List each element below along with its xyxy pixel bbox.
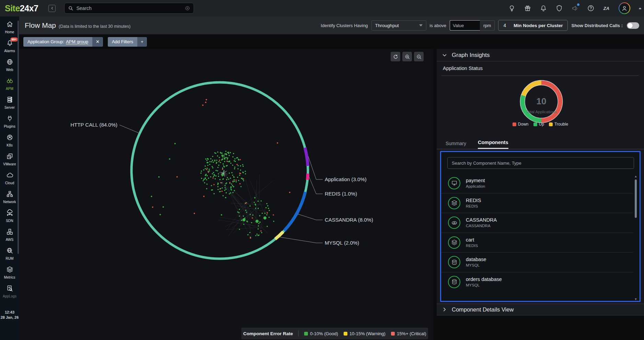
sidebar-item-label: K8s: [0, 143, 19, 147]
flow-map-graph: HTTP CALL (84.0%)Application (3.0%)REDIS…: [19, 49, 433, 340]
chevron-down-icon: [441, 52, 448, 58]
site24x7-logo[interactable]: Site24x7: [5, 3, 38, 13]
shield-icon[interactable]: [555, 4, 563, 12]
zoom-in-button[interactable]: [402, 52, 412, 61]
legend-item: 15%+ (Critical): [391, 331, 426, 336]
metric-select[interactable]: Throughput: [371, 20, 426, 31]
status-swatch: [533, 122, 537, 126]
gift-icon[interactable]: [524, 4, 531, 12]
component-details-view-header[interactable]: Component Details View: [437, 304, 644, 315]
group-chip-label: Application Group:: [27, 39, 64, 44]
tab-summary[interactable]: Summary: [446, 141, 466, 149]
sidebar-scrollbar[interactable]: [18, 21, 19, 254]
sidebar-collapse-button[interactable]: [48, 5, 56, 12]
add-filters-label: Add Filters: [112, 39, 133, 44]
remove-filter-button[interactable]: ✕: [92, 37, 103, 47]
site24x7-app: Site24x7 ZA●●● Home99+AlarmsWebAPMServer…: [0, 0, 644, 340]
distributed-calls-toggle[interactable]: [627, 22, 639, 29]
filter-chips-row: Application Group: APM group ✕ Add Filte…: [19, 34, 644, 49]
component-row-payment[interactable]: paymentApplication: [441, 173, 633, 193]
sidebar-item-label: Alarms: [0, 49, 19, 53]
component-type: MYSQL: [466, 283, 502, 288]
sidebar-item-k8s[interactable]: K8s: [0, 134, 19, 147]
scroll-up-icon[interactable]: ▲: [634, 175, 638, 178]
group-chip-value[interactable]: APM group: [66, 39, 88, 44]
sidebar-item-label: AWS: [0, 238, 19, 242]
status-swatch: [549, 122, 553, 126]
add-filter-button[interactable]: +: [137, 37, 147, 47]
sidebar-item-cloud[interactable]: Cloud: [0, 172, 19, 185]
clear-search-icon[interactable]: [185, 5, 190, 11]
more-options-icon[interactable]: ●●●: [639, 8, 641, 9]
component-type: REDIS: [466, 243, 478, 248]
sidebar-item-metrics[interactable]: Metrics: [0, 266, 19, 279]
threshold-value-input[interactable]: [450, 20, 480, 31]
component-row-redis[interactable]: REDISREDIS: [441, 193, 633, 213]
zia-assistant-icon[interactable]: ZA: [603, 4, 610, 12]
component-list-scrollbar[interactable]: ▲ ▼: [634, 175, 638, 301]
announcements-megaphone-icon[interactable]: [571, 4, 579, 12]
sidebar-item-label: Cloud: [0, 181, 19, 185]
clock-time: 12:43: [5, 310, 14, 314]
sidebar-clock: 12:43 28 Jan, 26: [0, 310, 19, 320]
component-row-database[interactable]: SQLdatabaseMYSQL: [441, 252, 633, 272]
user-avatar[interactable]: [619, 2, 630, 14]
top-bar: Site24x7 ZA●●●: [0, 0, 644, 16]
component-search-input[interactable]: [447, 157, 634, 169]
layers-icon: [6, 266, 13, 273]
application-group-chip[interactable]: Application Group: APM group ✕: [23, 37, 103, 47]
sidebar-item-vmware[interactable]: VMware: [0, 153, 19, 166]
sidebar-item-label: SDN: [0, 219, 19, 223]
sidebar-item-apm[interactable]: APM: [0, 77, 19, 91]
bell-icon: 99+: [6, 39, 13, 47]
global-search[interactable]: [64, 3, 194, 14]
sidebar-item-network[interactable]: Network: [0, 190, 19, 204]
min-nodes-label: Min Nodes per Cluster: [514, 23, 563, 28]
refresh-button[interactable]: [391, 52, 400, 61]
zoom-out-button[interactable]: [414, 52, 424, 61]
min-nodes-control[interactable]: 4 Min Nodes per Cluster: [498, 20, 568, 31]
globe-icon: [6, 58, 13, 66]
scroll-down-icon[interactable]: ▼: [634, 297, 638, 301]
sidebar-item-plugins[interactable]: Plugins: [0, 115, 19, 128]
threshold-unit: rpm: [480, 20, 495, 31]
donut-total-label: Total Applications: [493, 108, 589, 115]
legend-item: 0-10% (Good): [304, 331, 338, 336]
error-rate-legend: Component Error Rate 0-10% (Good)10-15% …: [241, 328, 428, 339]
flow-map-canvas[interactable]: HTTP CALL (84.0%)Application (3.0%)REDIS…: [19, 49, 433, 340]
status-legend: DownUpTrouble: [437, 122, 644, 127]
component-name: database: [466, 256, 486, 263]
sidebar-item-home[interactable]: Home: [0, 21, 19, 34]
person-icon: [619, 3, 630, 13]
component-type: REDIS: [466, 204, 481, 209]
help-icon[interactable]: [587, 4, 595, 12]
component-row-cassandra[interactable]: CASSANDRACASSANDRA: [441, 213, 633, 233]
tab-components[interactable]: Components: [478, 140, 508, 149]
lightbulb-icon[interactable]: [508, 4, 516, 12]
notifications-bell-icon[interactable]: [540, 4, 547, 12]
panel-footer-space: [437, 316, 644, 340]
global-search-input[interactable]: [76, 5, 185, 11]
clock-date: 28 Jan, 26: [1, 315, 19, 319]
sidebar-item-rum[interactable]: RUM: [0, 247, 19, 260]
add-filters-chip[interactable]: Add Filters +: [108, 37, 147, 47]
sidebar-item-aws[interactable]: AWS: [0, 228, 19, 242]
graph-insights-header[interactable]: Graph Insights: [437, 49, 644, 61]
sidebar-item-alarms[interactable]: 99+Alarms: [0, 39, 19, 53]
identify-clusters-label: Identify Clusters Having: [321, 23, 368, 28]
sidebar-item-label: AppLogs: [0, 294, 19, 298]
panel-gutter: [433, 49, 437, 340]
scroll-thumb[interactable]: [635, 179, 637, 218]
sidebar-item-applogs[interactable]: AppLogs: [0, 285, 19, 298]
sidebar-item-web[interactable]: Web: [0, 58, 19, 72]
sidebar-item-sdn[interactable]: SDN: [0, 209, 19, 223]
section-rule: [441, 75, 639, 76]
svg-text:SQL: SQL: [453, 282, 456, 283]
component-row-cart[interactable]: cartREDIS: [441, 233, 633, 253]
k8s-icon: [6, 134, 13, 141]
component-row-orders-database[interactable]: SQLorders databaseMYSQL: [441, 272, 633, 292]
sidebar-item-server[interactable]: Server: [0, 96, 19, 109]
binoculars-icon: [6, 77, 13, 84]
min-nodes-value[interactable]: 4: [503, 23, 506, 28]
chevron-right-icon: [441, 306, 448, 313]
